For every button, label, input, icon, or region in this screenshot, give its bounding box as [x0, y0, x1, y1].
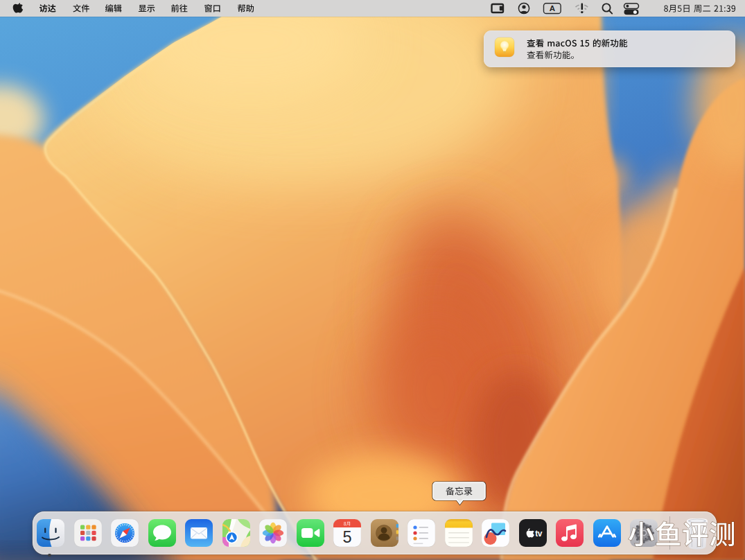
svg-text:5: 5 [342, 528, 351, 546]
svg-text:A: A [550, 4, 555, 12]
svg-text:tv: tv [535, 529, 542, 539]
